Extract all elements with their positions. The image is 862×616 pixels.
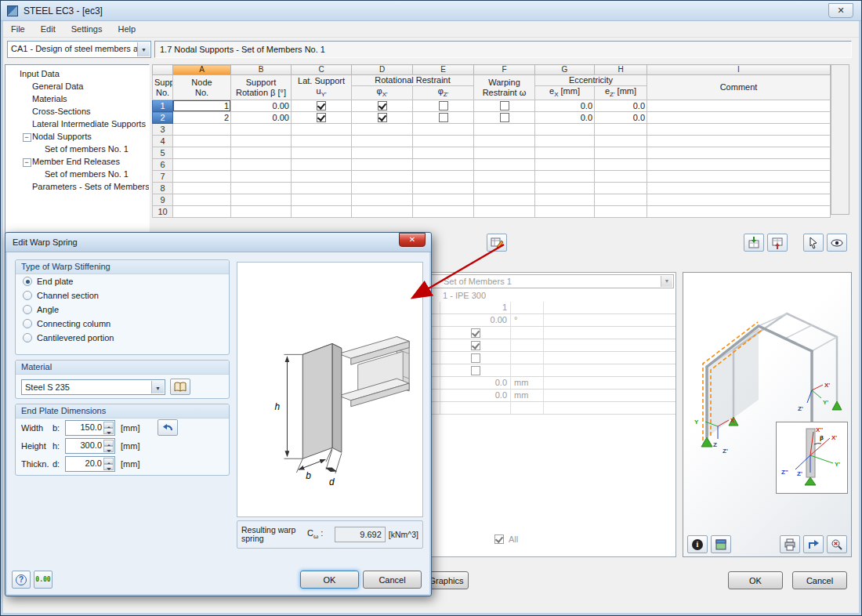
omega-checkbox-cell[interactable]	[474, 183, 535, 194]
ex-cell[interactable]	[535, 183, 595, 194]
node-cell[interactable]: 1	[173, 100, 231, 112]
node-cell[interactable]	[173, 159, 231, 171]
phiz-checkbox-cell[interactable]	[413, 171, 474, 183]
ex-cell[interactable]	[535, 171, 595, 183]
stiffening-option[interactable]: Cantilevered portion	[16, 331, 229, 345]
uy-checkbox-cell[interactable]	[292, 100, 352, 112]
column-letter-F[interactable]: F	[474, 65, 535, 75]
ez-cell[interactable]	[595, 183, 647, 194]
sidebar-item[interactable]: Cross-Sections	[5, 105, 149, 118]
rotation-cell[interactable]	[231, 147, 292, 159]
rotation-cell[interactable]	[231, 124, 292, 136]
column-letter-E[interactable]: E	[413, 65, 474, 75]
node-cell[interactable]: 2	[173, 112, 231, 124]
dropdown-arrow-icon[interactable]: ▼	[151, 381, 164, 393]
ex-cell[interactable]: 0.0	[535, 100, 595, 112]
comment-cell[interactable]	[647, 171, 831, 183]
material-library-button[interactable]	[170, 379, 190, 395]
column-letter-D[interactable]: D	[352, 65, 413, 75]
comment-cell[interactable]	[647, 100, 831, 112]
row-number[interactable]: 1	[153, 100, 173, 112]
row-number[interactable]: 2	[153, 112, 173, 124]
edit-warp-spring-button[interactable]	[487, 234, 507, 252]
phiz-checkbox-cell[interactable]	[413, 194, 474, 206]
jump-to-graphic-button[interactable]	[803, 535, 824, 553]
omega-checkbox-cell[interactable]	[474, 194, 535, 206]
sidebar-item[interactable]: Set of members No. 1	[5, 168, 149, 180]
row-number[interactable]: 10	[153, 206, 173, 218]
radio-icon[interactable]	[23, 319, 32, 328]
menu-edit[interactable]: Edit	[33, 23, 63, 35]
ex-cell[interactable]: 0.0	[535, 112, 595, 124]
radio-icon[interactable]	[23, 305, 32, 314]
help-button[interactable]: ?	[12, 571, 31, 589]
phix-checkbox-cell[interactable]	[352, 171, 413, 183]
node-cell[interactable]	[173, 147, 231, 159]
comment-cell[interactable]	[647, 147, 831, 159]
sidebar-item[interactable]: Materials	[5, 92, 149, 105]
comment-cell[interactable]	[647, 112, 831, 124]
omega-checkbox-cell[interactable]	[474, 100, 535, 112]
width-input[interactable]: 150.0	[65, 420, 115, 436]
uy-checkbox-cell[interactable]	[292, 171, 352, 183]
units-settings-button[interactable]: 0.00	[34, 571, 53, 589]
node-cell[interactable]	[173, 183, 231, 194]
checkbox[interactable]	[439, 113, 448, 122]
column-letter-I[interactable]: I	[647, 65, 831, 75]
ez-cell[interactable]	[595, 159, 647, 171]
ez-cell[interactable]	[595, 194, 647, 206]
ex-cell[interactable]	[535, 159, 595, 171]
rotation-cell[interactable]: 0.00	[231, 100, 292, 112]
ex-cell[interactable]	[535, 147, 595, 159]
uy-checkbox-cell[interactable]	[292, 183, 352, 194]
ez-cell[interactable]: 0.0	[595, 112, 647, 124]
row-number[interactable]: 5	[153, 147, 173, 159]
row-number[interactable]: 3	[153, 124, 173, 136]
ez-cell[interactable]	[595, 136, 647, 147]
export-to-model-button[interactable]	[767, 234, 788, 252]
checkbox[interactable]	[500, 113, 509, 122]
dialog-close-button[interactable]: ✕	[399, 233, 426, 247]
row-number[interactable]: 8	[153, 183, 173, 194]
rotation-cell[interactable]	[231, 159, 292, 171]
apply-default-button[interactable]	[158, 419, 178, 436]
info-button[interactable]: i	[687, 535, 708, 553]
stiffening-option[interactable]: Channel section	[16, 288, 229, 303]
phiz-checkbox-cell[interactable]	[413, 100, 474, 112]
node-cell[interactable]	[173, 206, 231, 218]
design-case-combo[interactable]: CA1 - Design of steel members a ▼	[7, 41, 151, 58]
ex-cell[interactable]	[535, 194, 595, 206]
phix-checkbox-cell[interactable]	[352, 124, 413, 136]
row-number[interactable]: 4	[153, 136, 173, 147]
sidebar-item[interactable]: −Nodal Supports	[5, 130, 149, 143]
rotation-cell[interactable]	[231, 171, 292, 183]
radio-icon[interactable]	[23, 277, 32, 286]
radio-icon[interactable]	[23, 333, 32, 342]
ex-cell[interactable]	[535, 206, 595, 218]
phiz-checkbox-cell[interactable]	[413, 147, 474, 159]
column-letter-B[interactable]: B	[231, 65, 292, 75]
material-combo[interactable]: Steel S 235 ▼	[21, 379, 165, 395]
menu-help[interactable]: Help	[110, 23, 143, 35]
node-cell[interactable]	[173, 171, 231, 183]
comment-cell[interactable]	[647, 194, 831, 206]
ez-cell[interactable]	[595, 124, 647, 136]
graphic-preview-panel[interactable]: X Y Z Z' X' Y' Z' X''	[683, 272, 852, 557]
phix-checkbox-cell[interactable]	[352, 206, 413, 218]
phix-checkbox-cell[interactable]	[352, 183, 413, 194]
menu-settings[interactable]: Settings	[63, 23, 110, 35]
radio-icon[interactable]	[23, 291, 32, 300]
phiz-checkbox-cell[interactable]	[413, 136, 474, 147]
comment-cell[interactable]	[647, 206, 831, 218]
cancel-button[interactable]: Cancel	[792, 571, 847, 589]
checkbox[interactable]	[317, 101, 326, 111]
checkbox[interactable]	[439, 101, 448, 111]
phix-checkbox-cell[interactable]	[352, 136, 413, 147]
comment-cell[interactable]	[647, 183, 831, 194]
grid-scroll-strip[interactable]	[831, 64, 849, 215]
row-number[interactable]: 9	[153, 194, 173, 206]
uy-checkbox-cell[interactable]	[292, 112, 352, 124]
omega-checkbox-cell[interactable]	[474, 159, 535, 171]
spinner[interactable]	[103, 458, 114, 470]
phiz-checkbox-cell[interactable]	[413, 206, 474, 218]
